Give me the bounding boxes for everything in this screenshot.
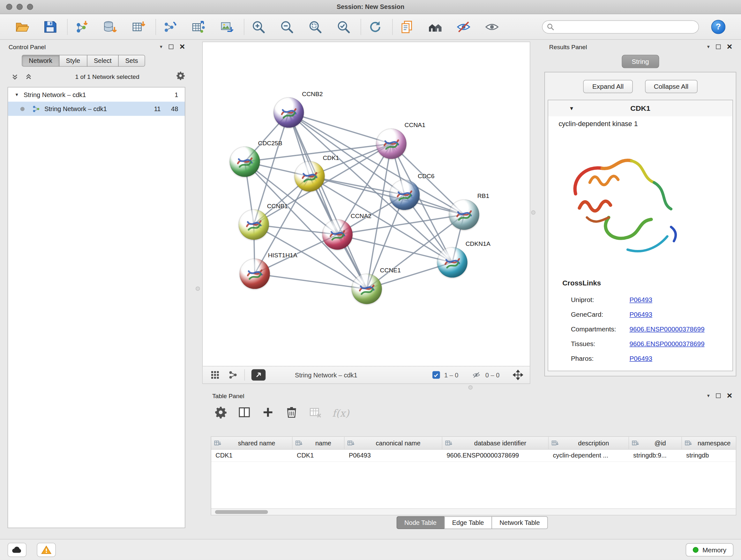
network-node-CCNE1[interactable] <box>352 273 382 304</box>
network-node-CCNA2[interactable] <box>322 219 353 250</box>
delete-column-trash-icon[interactable] <box>285 406 298 421</box>
panel-float-icon[interactable] <box>169 44 174 49</box>
zoom-window-button[interactable] <box>27 4 33 10</box>
panel-menu-icon[interactable]: ▼ <box>706 44 711 49</box>
column-header--id[interactable]: @id <box>629 437 682 449</box>
help-button[interactable]: ? <box>711 19 725 34</box>
splitter-handle-right[interactable] <box>531 210 535 214</box>
network-canvas[interactable]: CCNB2CCNA1CDC25BCDK1CDC6RB1CCNB1CCNA2CDK… <box>203 42 530 366</box>
zoom-fit-button[interactable] <box>307 18 324 35</box>
collapse-all-button[interactable]: Collapse All <box>645 80 697 93</box>
collapse-all-icon[interactable] <box>11 73 18 80</box>
minimize-window-button[interactable] <box>17 4 23 10</box>
memory-button[interactable]: Memory <box>686 543 733 556</box>
network-node-CDK1[interactable] <box>294 161 325 192</box>
column-header-shared-name[interactable]: shared name <box>211 437 293 449</box>
tab-sets[interactable]: Sets <box>118 55 145 67</box>
panel-close-icon[interactable]: ✕ <box>179 44 185 49</box>
show-columns-icon[interactable] <box>238 406 251 421</box>
tab-select[interactable]: Select <box>87 55 119 67</box>
table-body: CDK1CDK1P064939606.ENSP00000378699cyclin… <box>211 449 736 462</box>
splitter-handle-bottom[interactable] <box>468 385 473 389</box>
refresh-view-button[interactable] <box>367 18 384 35</box>
clone-network-button[interactable] <box>161 18 179 35</box>
network-node-CDC25B[interactable] <box>230 146 260 177</box>
expand-all-icon[interactable] <box>25 73 32 80</box>
string-results-tab[interactable]: String <box>622 55 659 68</box>
tree-expand-icon[interactable]: ▼ <box>15 92 19 97</box>
delete-table-icon[interactable] <box>309 406 322 421</box>
export-image-button[interactable] <box>218 18 235 35</box>
import-network-database-button[interactable] <box>102 18 118 35</box>
crosslink-value[interactable]: P06493 <box>630 354 652 362</box>
column-header-namespace[interactable]: namespace <box>682 437 736 449</box>
zoom-out-button[interactable] <box>278 18 295 35</box>
crosslink-value[interactable]: 9606.ENSP00000378699 <box>630 340 704 348</box>
network-collection-row[interactable]: ▼ String Network – cdk1 1 <box>8 87 185 102</box>
function-builder-icon[interactable]: f(x) <box>332 408 349 419</box>
tab-network[interactable]: Network <box>22 55 59 67</box>
hidden-eye-icon[interactable] <box>472 371 481 379</box>
selected-checkbox-icon[interactable] <box>432 371 440 379</box>
import-table-button[interactable] <box>130 18 147 35</box>
panel-menu-icon[interactable]: ▼ <box>706 393 711 398</box>
search-input[interactable] <box>542 20 699 33</box>
network-node-CDKN1A[interactable] <box>437 247 468 277</box>
panel-float-icon[interactable] <box>716 44 721 49</box>
network-edge[interactable] <box>289 112 391 144</box>
close-window-button[interactable] <box>6 4 12 10</box>
panel-menu-icon[interactable]: ▼ <box>159 44 163 49</box>
open-in-window-button[interactable] <box>252 369 266 381</box>
add-column-icon[interactable] <box>261 406 274 421</box>
birdseye-view-icon[interactable] <box>228 370 238 380</box>
hide-selected-button[interactable] <box>455 18 472 35</box>
network-node-CDC6[interactable] <box>389 180 420 210</box>
save-session-button[interactable] <box>42 18 58 35</box>
horizontal-scrollbar[interactable] <box>211 508 736 515</box>
zoom-selected-button[interactable] <box>335 18 352 35</box>
crosslink-value[interactable]: 9606.ENSP00000378699 <box>630 325 704 333</box>
tab-edge-table[interactable]: Edge Table <box>444 516 492 529</box>
network-node-HIST1H1A[interactable] <box>240 259 270 289</box>
home-view-button[interactable] <box>427 18 444 35</box>
network-edge[interactable] <box>289 112 367 289</box>
column-header-name[interactable]: name <box>293 437 345 449</box>
pan-move-icon[interactable] <box>513 370 523 380</box>
splitter-handle-left[interactable] <box>196 287 200 291</box>
network-node-CCNB1[interactable] <box>239 209 269 240</box>
import-network-file-button[interactable] <box>73 18 90 35</box>
table-settings-gear-icon[interactable] <box>214 406 227 421</box>
expand-all-button[interactable]: Expand All <box>583 80 632 93</box>
network-edge[interactable] <box>255 273 367 289</box>
gene-section-header[interactable]: ▼ CDK1 <box>548 100 733 116</box>
crosslink-value[interactable]: P06493 <box>630 310 652 318</box>
search-icon <box>547 23 554 30</box>
network-node-CCNA1[interactable] <box>376 129 407 159</box>
gear-icon[interactable] <box>176 71 185 82</box>
network-node-RB1[interactable] <box>449 199 479 230</box>
scrollbar-thumb[interactable] <box>215 510 268 514</box>
panel-float-icon[interactable] <box>716 393 721 398</box>
crosslink-value[interactable]: P06493 <box>630 296 652 303</box>
cloud-status-button[interactable] <box>8 543 26 557</box>
table-row[interactable]: CDK1CDK1P064939606.ENSP00000378699cyclin… <box>211 449 736 462</box>
tab-style[interactable]: Style <box>59 55 87 67</box>
column-header-description[interactable]: description <box>549 437 629 449</box>
panel-close-icon[interactable]: ✕ <box>727 44 733 49</box>
network-from-table-button[interactable] <box>190 18 207 35</box>
warnings-button[interactable] <box>37 543 56 557</box>
table-cell: CDK1 <box>211 449 293 461</box>
column-header-database-identifier[interactable]: database identifier <box>442 437 549 449</box>
panel-close-icon[interactable]: ✕ <box>727 393 733 398</box>
show-all-button[interactable] <box>483 18 500 35</box>
tab-node-table[interactable]: Node Table <box>396 516 445 529</box>
network-row-selected[interactable]: String Network – cdk1 11 48 <box>8 102 185 116</box>
copy-style-button[interactable] <box>398 18 415 35</box>
tab-network-table[interactable]: Network Table <box>491 516 548 529</box>
zoom-in-button[interactable] <box>250 18 267 35</box>
grid-view-icon[interactable] <box>210 370 220 380</box>
column-header-canonical-name[interactable]: canonical name <box>345 437 443 449</box>
protein-thumbnail-icon <box>245 263 265 284</box>
open-session-button[interactable] <box>13 18 30 35</box>
network-node-CCNB2[interactable] <box>273 98 304 128</box>
